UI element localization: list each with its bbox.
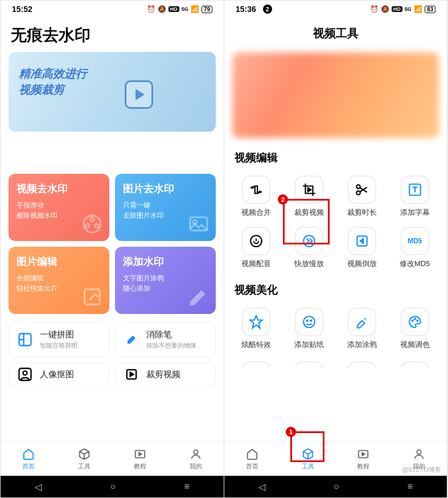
tool-doodle[interactable]: 添加涂鸦 bbox=[336, 303, 389, 354]
card-title: 图片去水印 bbox=[123, 182, 208, 195]
tool-label: 视频合并 bbox=[241, 207, 271, 218]
tool-md5[interactable]: MD5修改MD5 bbox=[388, 222, 441, 274]
tool-label: 视频调色 bbox=[400, 340, 430, 350]
crop-icon bbox=[295, 175, 323, 204]
svg-point-3 bbox=[95, 224, 99, 228]
tool-label: 炫酷特效 bbox=[241, 340, 271, 350]
palette-icon bbox=[401, 308, 429, 336]
tool-effects[interactable]: 炫酷特效 bbox=[230, 303, 283, 354]
svg-point-9 bbox=[23, 371, 27, 375]
tool-trim-duration[interactable]: 裁剪时长 bbox=[336, 171, 389, 222]
signal-icon: 5G bbox=[182, 6, 188, 12]
tool-speed[interactable]: 快放慢放 bbox=[283, 222, 336, 274]
tool-reverse[interactable]: 视频倒放 bbox=[336, 222, 389, 274]
nav-mine[interactable]: 我的 bbox=[168, 442, 224, 476]
tool-partial[interactable] bbox=[283, 357, 336, 368]
home-button[interactable]: ○ bbox=[334, 481, 339, 492]
promo-banner[interactable]: 精准高效进行 视频裁剪 bbox=[9, 52, 216, 132]
svg-point-2 bbox=[85, 224, 89, 228]
annotation-badge-1: 1 bbox=[286, 427, 296, 437]
cube-icon bbox=[77, 447, 91, 461]
tool-add-subtitle[interactable]: 添加字幕 bbox=[388, 171, 441, 222]
card-add-watermark[interactable]: 添加水印 文字图片涂鸦随心添加 bbox=[115, 247, 216, 314]
nav-tutorial[interactable]: 教程 bbox=[336, 442, 392, 476]
home-icon bbox=[22, 447, 35, 461]
list-item-collage[interactable]: 一键拼图智能宫格拼图 bbox=[9, 322, 109, 357]
notification-count: 2 bbox=[263, 5, 272, 14]
reverse-icon bbox=[348, 227, 376, 255]
nav-label: 我的 bbox=[190, 462, 202, 471]
list-item-eraser[interactable]: 消除笔抹除不想要的物体 bbox=[115, 322, 216, 357]
svg-point-25 bbox=[417, 320, 418, 321]
back-button[interactable]: ◁ bbox=[258, 481, 265, 492]
grid-icon bbox=[16, 330, 34, 349]
tool-label: 添加字幕 bbox=[400, 207, 430, 218]
nav-tutorial[interactable]: 教程 bbox=[112, 442, 168, 476]
tool-label: 裁剪时长 bbox=[347, 207, 377, 218]
svg-point-15 bbox=[356, 191, 360, 195]
section-video-edit: 视频编辑 bbox=[224, 141, 447, 171]
play-square-icon bbox=[133, 447, 147, 461]
list-item-crop-video[interactable]: 裁剪视频 bbox=[115, 363, 216, 386]
nav-label: 工具 bbox=[302, 462, 314, 471]
edit-icon bbox=[81, 285, 104, 308]
svg-point-22 bbox=[310, 320, 311, 321]
svg-point-24 bbox=[414, 319, 416, 320]
recents-button[interactable]: ≡ bbox=[184, 481, 189, 492]
watermark: @51CTO博客 bbox=[402, 466, 441, 474]
nav-label: 教程 bbox=[357, 462, 369, 471]
back-button[interactable]: ◁ bbox=[35, 481, 42, 492]
svg-point-14 bbox=[356, 185, 360, 189]
hd-badge: HD bbox=[168, 6, 179, 12]
tool-label: 快放慢放 bbox=[294, 259, 324, 269]
tool-crop-video[interactable]: 裁剪视频 bbox=[283, 171, 336, 222]
tool-partial[interactable] bbox=[388, 357, 441, 368]
play-square-icon bbox=[356, 447, 370, 461]
fast-forward-icon bbox=[295, 227, 323, 255]
mute-icon: 🔕 bbox=[158, 5, 166, 13]
list-title: 消除笔 bbox=[146, 329, 196, 340]
svg-point-12 bbox=[194, 450, 198, 454]
nav-tools[interactable]: 工具 bbox=[56, 442, 112, 476]
nav-tools[interactable]: 工具 bbox=[280, 442, 336, 476]
smiley-icon bbox=[295, 308, 323, 336]
nav-home[interactable]: 首页 bbox=[1, 442, 56, 476]
tool-merge-video[interactable]: 视频合并 bbox=[230, 171, 283, 222]
signal-bars-icon: 📶 bbox=[414, 5, 422, 13]
tool-label: 视频配音 bbox=[241, 259, 271, 269]
alarm-icon: ⏰ bbox=[147, 5, 155, 13]
tool-label: 添加贴纸 bbox=[294, 340, 324, 350]
recents-button[interactable]: ≡ bbox=[408, 481, 413, 492]
signal-bars-icon: 📶 bbox=[191, 5, 199, 13]
svg-point-20 bbox=[303, 316, 315, 328]
tool-dubbing[interactable]: 视频配音 bbox=[230, 222, 283, 274]
ad-banner[interactable] bbox=[232, 52, 439, 138]
user-icon bbox=[412, 447, 426, 461]
eraser-icon bbox=[122, 330, 141, 349]
tool-label: 修改MD5 bbox=[400, 259, 430, 269]
text-icon bbox=[401, 175, 429, 204]
list-item-cutout[interactable]: 人像抠图 bbox=[9, 363, 109, 386]
nav-home[interactable]: 首页 bbox=[224, 442, 280, 476]
card-video-watermark[interactable]: 视频去水印 手指滑动擦除视频水印 bbox=[9, 174, 109, 241]
cube-icon bbox=[301, 447, 315, 461]
list-title: 一键拼图 bbox=[40, 329, 77, 340]
home-button[interactable]: ○ bbox=[110, 481, 116, 492]
card-image-watermark[interactable]: 图片去水印 只需一键去除图片水印 bbox=[115, 174, 216, 241]
tool-color[interactable]: 视频调色 bbox=[388, 303, 441, 354]
card-title: 添加水印 bbox=[123, 255, 208, 268]
md5-icon: MD5 bbox=[401, 227, 429, 255]
card-image-edit[interactable]: 图片编辑 全能编辑轻松快速出片 bbox=[9, 247, 109, 314]
home-icon bbox=[245, 447, 259, 461]
list-title: 人像抠图 bbox=[40, 369, 74, 380]
card-title: 图片编辑 bbox=[17, 255, 101, 268]
image-icon bbox=[187, 213, 210, 235]
film-reel-icon bbox=[81, 213, 104, 235]
tool-partial[interactable] bbox=[230, 357, 283, 368]
person-icon bbox=[16, 365, 34, 383]
system-nav: ◁ ○ ≡ bbox=[1, 476, 224, 497]
tool-sticker[interactable]: 添加贴纸 bbox=[283, 303, 336, 354]
tool-partial[interactable] bbox=[336, 357, 389, 368]
nav-label: 首页 bbox=[246, 462, 258, 471]
mute-icon: 🔕 bbox=[381, 5, 389, 13]
